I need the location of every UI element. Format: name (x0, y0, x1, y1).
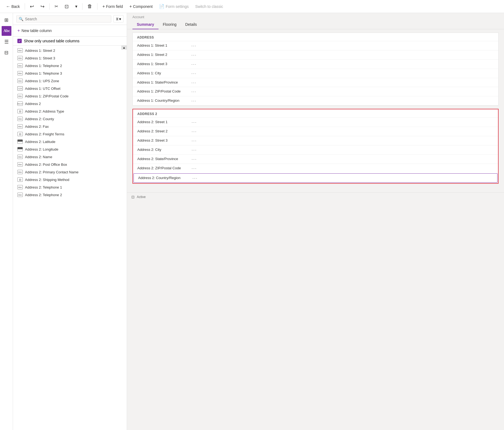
table-row[interactable]: Address 2: Street 2 --- (133, 127, 498, 136)
list-item[interactable]: Abc Address 1: Street 3 (13, 54, 127, 62)
field-value: --- (191, 44, 494, 48)
section-title-address2: ADDRESS 2 (133, 109, 498, 117)
table-row[interactable]: Address 2: ZIP/Postal Code --- (133, 164, 498, 173)
field-type-icon: Abc (17, 155, 23, 159)
form-field-button[interactable]: + Form field (100, 3, 126, 10)
sidebar-icons: ⊞ Abc ☰ ⊟ (0, 13, 13, 430)
field-type-icon: ⊟ (17, 109, 23, 113)
field-value: --- (191, 53, 494, 57)
canvas-header: Account (127, 13, 504, 19)
dropdown-arrow-button[interactable]: ▾ (72, 3, 80, 10)
list-item[interactable]: Address 2: Longitude (13, 145, 127, 153)
table-row[interactable]: Address 1: Country/Region --- (133, 96, 498, 105)
table-row[interactable]: Address 1: Street 3 --- (133, 59, 498, 69)
table-row[interactable]: Address 1: State/Province --- (133, 78, 498, 87)
form-canvas: Account Summary Flooring Details ADDRESS… (127, 13, 504, 430)
new-column-button[interactable]: + New table column (17, 27, 52, 34)
show-unused-row[interactable]: Show only unused table columns (13, 37, 127, 46)
sidebar-fields-button[interactable]: Abc (2, 26, 11, 36)
status-bar: ⊡ Active (127, 192, 504, 201)
list-item[interactable]: Abc Address 2: Telephone 2 (13, 191, 127, 199)
table-row[interactable]: Address 2: State/Province --- (133, 154, 498, 164)
field-panel: 🔍 ⧖ ▾ + New table column Show only unuse… (13, 13, 127, 430)
filter-button[interactable]: ⧖ ▾ (113, 15, 123, 23)
address-section[interactable]: ADDRESS Address 1: Street 1 --- Address … (132, 33, 499, 106)
field-label: Address 1: Street 3 (137, 62, 191, 66)
table-row[interactable]: Address 2: Street 1 --- (133, 117, 498, 127)
field-value: --- (192, 166, 494, 170)
back-button[interactable]: ← Back (3, 3, 23, 10)
plus-icon-new-col: + (17, 28, 20, 33)
list-item[interactable]: Abc Address 2: Name (13, 153, 127, 161)
show-unused-checkbox[interactable] (17, 39, 22, 43)
table-row[interactable]: Address 1: ZIP/Postal Code --- (133, 87, 498, 96)
delete-button[interactable]: 🗑 (85, 2, 95, 10)
tab-summary[interactable]: Summary (132, 20, 159, 29)
field-label: Address 1: State/Province (137, 80, 191, 85)
field-type-icon (17, 139, 23, 144)
table-row[interactable]: Address 1: Street 1 --- (133, 41, 498, 50)
sidebar-grid-button[interactable]: ⊞ (2, 15, 11, 25)
tab-details[interactable]: Details (181, 20, 201, 29)
canvas-body: ADDRESS Address 1: Street 1 --- Address … (127, 29, 504, 192)
list-item[interactable]: Abc Address 2: Primary Contact Name (13, 168, 127, 176)
list-item[interactable]: 123 Address 1: UTC Offset (13, 85, 127, 92)
field-actions: + New table column (13, 25, 127, 37)
list-item[interactable]: Abc Address 1: Telephone 3 (13, 69, 127, 77)
list-item[interactable]: Abc Address 1: Street 2 (13, 47, 127, 54)
field-type-icon: Abcdef (17, 101, 23, 106)
table-row[interactable]: Address 1: Street 2 --- (133, 50, 498, 59)
list-item[interactable]: Abc Address 2: Post Office Box (13, 161, 127, 168)
field-type-icon: Abc (17, 193, 23, 197)
cut-button[interactable]: ✂ (52, 3, 61, 10)
table-row[interactable]: Address 2: City --- (133, 145, 498, 154)
field-type-icon (17, 147, 23, 151)
field-value: --- (191, 99, 494, 103)
address2-section[interactable]: ADDRESS 2 Address 2: Street 1 --- Addres… (132, 109, 499, 184)
tab-flooring[interactable]: Flooring (159, 20, 181, 29)
plus-icon-2: + (129, 4, 132, 9)
list-item[interactable]: ⊟ Address 2: Address Type (13, 107, 127, 115)
field-label: Address 2: Street 1 (137, 120, 192, 125)
table-row[interactable]: Address 2: Street 3 --- (133, 136, 498, 145)
list-item[interactable]: Address 2: Latitude (13, 138, 127, 145)
field-value: --- (191, 71, 494, 75)
component-button[interactable]: + Component (127, 3, 156, 10)
search-input-wrap[interactable]: 🔍 (16, 15, 111, 23)
list-item[interactable]: ⊟ Address 2: Freight Terms (13, 130, 127, 138)
list-item[interactable]: ⊟ Address 2: Shipping Method (13, 176, 127, 183)
field-value: --- (191, 62, 494, 66)
tabs-bar: Summary Flooring Details (127, 20, 504, 29)
grid-icon: ⊞ (4, 17, 8, 23)
scroll-up-button[interactable]: ▲ (121, 46, 127, 50)
redo-button[interactable]: ↪ (38, 2, 47, 11)
field-label: Address 2: ZIP/Postal Code (137, 166, 192, 171)
field-label: Address 2: State/Province (137, 157, 192, 161)
table-row[interactable]: Address 1: City --- (133, 69, 498, 78)
field-value: --- (191, 90, 494, 94)
sidebar-components-button[interactable]: ⊟ (2, 48, 11, 58)
field-list[interactable]: ▲ Abc Address 1: Street 2 Abc Address 1:… (13, 46, 127, 430)
field-type-icon: Abc (17, 94, 23, 98)
table-row[interactable]: Address 2: Country/Region --- (134, 173, 497, 183)
section-title-address: ADDRESS (133, 33, 498, 41)
sidebar-layers-button[interactable]: ☰ (2, 37, 11, 47)
undo-button[interactable]: ↩ (27, 2, 37, 11)
list-item[interactable]: Abc Address 2: County (13, 115, 127, 123)
list-item[interactable]: Abc Address 1: ZIP/Postal Code (13, 92, 127, 100)
fields-icon: Abc (4, 29, 10, 33)
components-icon: ⊟ (4, 50, 8, 56)
toolbar-separator-4 (97, 3, 97, 10)
field-type-icon: Abc (17, 56, 23, 60)
list-item[interactable]: Abcdef Address 2 (13, 100, 127, 107)
search-input[interactable] (25, 17, 109, 21)
form-settings-button[interactable]: 📄 Form settings (156, 3, 191, 10)
field-type-icon: Abc (17, 124, 23, 129)
list-item[interactable]: Abc Address 1: UPS Zone (13, 77, 127, 85)
switch-classic-button[interactable]: Switch to classic (192, 3, 226, 10)
list-item[interactable]: Abc Address 1: Telephone 2 (13, 62, 127, 69)
list-item[interactable]: Abc Address 2: Telephone 1 (13, 183, 127, 191)
list-item[interactable]: Abc Address 2: Fax (13, 123, 127, 130)
toolbar-separator-2 (49, 3, 50, 10)
paste-button[interactable]: ⊡ (62, 2, 71, 11)
